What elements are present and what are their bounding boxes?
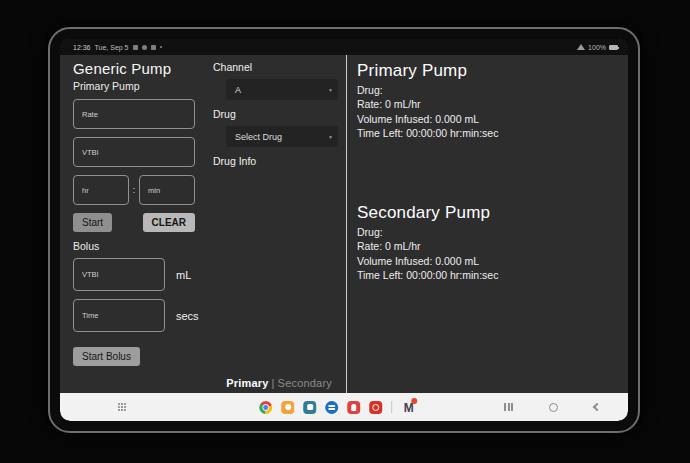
health-app-icon[interactable] — [347, 401, 360, 414]
bolus-time-input[interactable] — [73, 299, 165, 332]
secondary-pump-title: Secondary Pump — [357, 203, 622, 223]
pump-app: Generic Pump Primary Pump : Start CLEAR … — [60, 55, 628, 393]
primary-timeleft-readout: Time Left: 00:00:00 hr:min:sec — [357, 126, 622, 140]
pump-status-pane: Primary Pump Drug: Rate: 0 mL/hr Volume … — [347, 55, 628, 393]
status-bar: 12:36 Tue, Sep 5 100% — [60, 39, 628, 55]
channel-label: Channel — [213, 61, 346, 73]
pump-form-pane: Generic Pump Primary Pump : Start CLEAR … — [60, 55, 346, 393]
start-button[interactable]: Start — [73, 213, 112, 232]
status-time: 12:36 — [73, 44, 91, 51]
primary-pump-status: Primary Pump Drug: Rate: 0 mL/hr Volume … — [357, 61, 622, 141]
drug-select[interactable]: Select Drug ▼ — [226, 126, 338, 147]
android-nav-bar: M — [60, 393, 628, 421]
battery-percent: 100% — [588, 44, 606, 51]
bolus-section-label: Bolus — [73, 240, 206, 252]
app-title: Generic Pump — [73, 60, 206, 77]
drug-label: Drug — [213, 108, 346, 120]
tablet-screen: 12:36 Tue, Sep 5 100% Generic Pump Prima… — [60, 39, 628, 421]
chevron-down-icon: ▼ — [328, 87, 333, 93]
tab-separator: | — [272, 377, 275, 389]
channel-select[interactable]: A ▼ — [226, 79, 338, 100]
chrome-app-icon[interactable] — [259, 401, 272, 414]
time-separator: : — [129, 185, 139, 195]
app-drawer-icon[interactable] — [118, 403, 126, 411]
tablet-device-frame: 12:36 Tue, Sep 5 100% Generic Pump Prima… — [48, 27, 640, 433]
bolus-vtbi-unit: mL — [176, 269, 191, 281]
primary-pump-form: Generic Pump Primary Pump : Start CLEAR … — [60, 55, 206, 393]
vtbi-input[interactable] — [73, 137, 195, 167]
primary-volume-readout: Volume Infused: 0.000 mL — [357, 112, 622, 126]
pump-tab-bar: Primary|Secondary — [226, 377, 332, 389]
wifi-icon — [577, 44, 585, 50]
bolus-vtbi-input[interactable] — [73, 258, 165, 291]
secondary-timeleft-readout: Time Left: 00:00:00 hr:min:sec — [357, 268, 622, 282]
minutes-input[interactable] — [139, 175, 195, 205]
recent-m-app-icon[interactable]: M — [401, 400, 416, 414]
drug-selection-column: Channel A ▼ Drug Select Drug ▼ Drug Info — [206, 55, 346, 393]
camera-app-icon[interactable] — [369, 401, 382, 414]
outlook-app-icon[interactable] — [325, 401, 338, 414]
secondary-pump-status: Secondary Pump Drug: Rate: 0 mL/hr Volum… — [357, 203, 622, 283]
status-date: Tue, Sep 5 — [95, 44, 129, 51]
recents-button[interactable] — [504, 403, 513, 411]
lock-icon — [142, 45, 147, 50]
drug-selected-value: Select Drug — [235, 132, 282, 142]
primary-pump-section-label: Primary Pump — [73, 80, 206, 92]
files-app-icon[interactable] — [281, 401, 294, 414]
nav-keys — [504, 403, 600, 412]
dock-separator — [391, 401, 392, 413]
tab-primary[interactable]: Primary — [226, 377, 268, 389]
chevron-down-icon: ▼ — [328, 134, 333, 140]
secondary-drug-readout: Drug: — [357, 225, 622, 239]
notification-badge — [411, 398, 417, 404]
primary-pump-title: Primary Pump — [357, 61, 622, 81]
secondary-volume-readout: Volume Infused: 0.000 mL — [357, 254, 622, 268]
back-button[interactable] — [593, 403, 601, 411]
rate-input[interactable] — [73, 99, 195, 129]
home-button[interactable] — [549, 403, 558, 412]
drug-info-label: Drug Info — [213, 155, 346, 167]
screenshot-icon — [133, 45, 138, 50]
notification-icon — [151, 45, 156, 50]
bolus-time-unit: secs — [176, 310, 199, 322]
notes-app-icon[interactable] — [303, 401, 316, 414]
hours-input[interactable] — [73, 175, 129, 205]
primary-drug-readout: Drug: — [357, 83, 622, 97]
start-bolus-button[interactable]: Start Bolus — [73, 347, 140, 366]
channel-selected-value: A — [235, 85, 241, 95]
clear-button[interactable]: CLEAR — [143, 213, 195, 232]
battery-icon — [609, 45, 618, 50]
duration-row: : — [73, 175, 195, 205]
more-notifications-dot — [160, 46, 162, 48]
secondary-rate-readout: Rate: 0 mL/hr — [357, 239, 622, 253]
tab-secondary[interactable]: Secondary — [278, 377, 332, 389]
dock-app-icons: M — [259, 400, 416, 414]
primary-rate-readout: Rate: 0 mL/hr — [357, 97, 622, 111]
